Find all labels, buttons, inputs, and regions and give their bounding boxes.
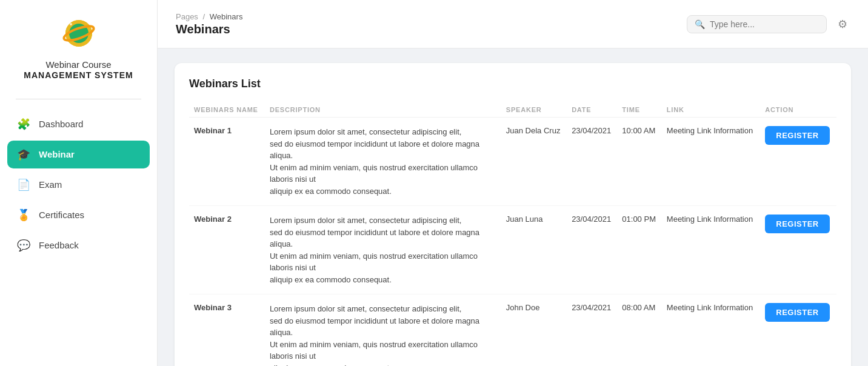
cell-time-0: 10:00 AM [617, 118, 662, 206]
page-title: Webinars [176, 22, 242, 36]
webinar-icon: 🎓 [17, 148, 30, 161]
sidebar-item-label: Exam [39, 179, 62, 190]
register-button-0[interactable]: REGISTER [765, 126, 829, 145]
cell-action-2: REGISTER [760, 294, 836, 367]
main-content: Pages / Webinars Webinars 🔍 ⚙ Webinars L… [158, 0, 868, 366]
cell-time-2: 08:00 AM [617, 294, 662, 367]
logo-text: Webinar Course Management System [24, 59, 133, 81]
cell-speaker-2: John Doe [501, 294, 567, 367]
sidebar-item-exam[interactable]: 📄 Exam [7, 171, 150, 199]
cell-action-1: REGISTER [760, 206, 836, 294]
logo-icon [58, 12, 100, 55]
col-description: Description [265, 102, 501, 118]
sidebar-nav: 🧩 Dashboard 🎓 Webinar 📄 Exam 🏅 Certifica… [0, 110, 157, 262]
sidebar-divider [16, 99, 141, 99]
cell-time-1: 01:00 PM [617, 206, 662, 294]
sidebar-item-feedback[interactable]: 💬 Feedback [7, 231, 150, 259]
table-body: Webinar 1 Lorem ipsum dolor sit amet, co… [189, 118, 836, 367]
cell-desc-2: Lorem ipsum dolor sit amet, consectetur … [265, 294, 501, 367]
content-area: Webinars List Webinars Name Description … [158, 48, 868, 366]
col-action: Action [760, 102, 836, 118]
breadcrumb-area: Pages / Webinars Webinars [176, 12, 242, 36]
col-date: Date [567, 102, 617, 118]
table-row: Webinar 3 Lorem ipsum dolor sit amet, co… [189, 294, 836, 367]
sidebar-item-label: Dashboard [39, 119, 83, 129]
register-button-1[interactable]: REGISTER [765, 215, 829, 233]
certificates-icon: 🏅 [17, 208, 30, 222]
cell-speaker-0: Juan Dela Cruz [501, 118, 567, 206]
sidebar: Webinar Course Management System 🧩 Dashb… [0, 0, 158, 366]
sidebar-item-dashboard[interactable]: 🧩 Dashboard [7, 110, 150, 138]
settings-button[interactable]: ⚙ [835, 15, 850, 33]
breadcrumb-pages: Pages [176, 12, 198, 21]
table-row: Webinar 1 Lorem ipsum dolor sit amet, co… [189, 118, 836, 206]
sidebar-item-label: Webinar [39, 149, 75, 159]
feedback-icon: 💬 [17, 239, 30, 252]
cell-date-0: 23/04/2021 [567, 118, 617, 206]
cell-name-0: Webinar 1 [189, 118, 265, 206]
cell-desc-0: Lorem ipsum dolor sit amet, consectetur … [265, 118, 501, 206]
search-icon: 🔍 [695, 19, 705, 29]
register-button-2[interactable]: REGISTER [765, 303, 829, 322]
breadcrumb-separator: / [203, 12, 207, 21]
sidebar-item-certificates[interactable]: 🏅 Certificates [7, 201, 150, 229]
sidebar-item-label: Feedback [39, 240, 79, 250]
search-box: 🔍 [687, 15, 827, 33]
cell-link-1: Meeting Link Information [662, 206, 760, 294]
topbar-right: 🔍 ⚙ [687, 15, 850, 33]
col-name: Webinars Name [189, 102, 265, 118]
svg-point-4 [70, 23, 72, 25]
exam-icon: 📄 [17, 178, 30, 191]
cell-action-0: REGISTER [760, 118, 836, 206]
cell-name-2: Webinar 3 [189, 294, 265, 367]
dashboard-icon: 🧩 [17, 118, 30, 131]
cell-link-0: Meeting Link Information [662, 118, 760, 206]
cell-speaker-1: Juan Luna [501, 206, 567, 294]
cell-desc-1: Lorem ipsum dolor sit amet, consectetur … [265, 206, 501, 294]
cell-date-2: 23/04/2021 [567, 294, 617, 367]
col-link: Link [662, 102, 760, 118]
logo-area: Webinar Course Management System [24, 12, 133, 81]
card-title: Webinars List [189, 78, 836, 90]
cell-date-1: 23/04/2021 [567, 206, 617, 294]
col-time: Time [617, 102, 662, 118]
topbar: Pages / Webinars Webinars 🔍 ⚙ [158, 0, 868, 48]
sidebar-item-label: Certificates [39, 210, 84, 220]
breadcrumb-current: Webinars [210, 12, 243, 21]
search-input[interactable] [710, 19, 819, 29]
table-header: Webinars Name Description Speaker Date T… [189, 102, 836, 118]
webinars-card: Webinars List Webinars Name Description … [175, 63, 851, 366]
webinars-table: Webinars Name Description Speaker Date T… [189, 102, 836, 366]
col-speaker: Speaker [501, 102, 567, 118]
cell-name-1: Webinar 2 [189, 206, 265, 294]
cell-link-2: Meeting Link Information [662, 294, 760, 367]
table-row: Webinar 2 Lorem ipsum dolor sit amet, co… [189, 206, 836, 294]
sidebar-item-webinar[interactable]: 🎓 Webinar [7, 141, 150, 168]
breadcrumb: Pages / Webinars [176, 12, 242, 21]
